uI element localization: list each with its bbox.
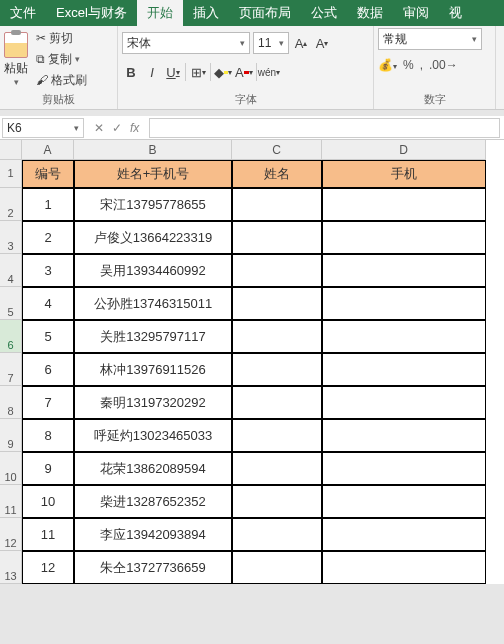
chevron-down-icon[interactable]: ▾ (14, 77, 19, 87)
cell[interactable]: 12 (22, 551, 74, 584)
row-header[interactable]: 6 (0, 320, 22, 353)
cell[interactable]: 姓名+手机号 (74, 160, 232, 188)
bold-button[interactable]: B (122, 62, 140, 82)
cell[interactable]: 4 (22, 287, 74, 320)
increase-decimal-button[interactable]: .00→ (429, 58, 458, 72)
row-header[interactable]: 1 (0, 160, 22, 188)
cell[interactable] (232, 287, 322, 320)
fill-color-button[interactable]: ◆▾ (214, 62, 232, 82)
italic-button[interactable]: I (143, 62, 161, 82)
cell[interactable]: 7 (22, 386, 74, 419)
cell[interactable]: 宋江13795778655 (74, 188, 232, 221)
row-header[interactable]: 2 (0, 188, 22, 221)
cell[interactable]: 秦明13197320292 (74, 386, 232, 419)
tab-insert[interactable]: 插入 (183, 0, 229, 26)
select-all-button[interactable] (0, 140, 22, 160)
cell[interactable]: 卢俊义13664223319 (74, 221, 232, 254)
formula-input[interactable] (149, 118, 500, 138)
col-header-D[interactable]: D (322, 140, 486, 160)
cell[interactable] (232, 518, 322, 551)
cell[interactable] (232, 485, 322, 518)
cell[interactable]: 11 (22, 518, 74, 551)
name-box[interactable]: K6▾ (2, 118, 84, 138)
row-header[interactable]: 9 (0, 419, 22, 452)
row-header[interactable]: 4 (0, 254, 22, 287)
paste-button[interactable]: 粘贴 ▾ (4, 32, 28, 87)
cell[interactable]: 手机 (322, 160, 486, 188)
font-name-select[interactable]: 宋体▾ (122, 32, 250, 54)
cell[interactable] (322, 485, 486, 518)
cell[interactable]: 关胜13295797117 (74, 320, 232, 353)
cell[interactable]: 林冲13976911526 (74, 353, 232, 386)
cell[interactable]: 1 (22, 188, 74, 221)
cell[interactable] (232, 320, 322, 353)
row-header[interactable]: 3 (0, 221, 22, 254)
font-color-button[interactable]: A▾ (235, 62, 253, 82)
phonetic-button[interactable]: wén▾ (260, 62, 278, 82)
cell[interactable] (322, 221, 486, 254)
underline-button[interactable]: U▾ (164, 62, 182, 82)
cell[interactable] (232, 419, 322, 452)
cell[interactable] (232, 386, 322, 419)
cell[interactable]: 6 (22, 353, 74, 386)
cancel-formula-button[interactable]: ✕ (94, 121, 104, 135)
number-format-select[interactable]: 常规▾ (378, 28, 482, 50)
col-header-A[interactable]: A (22, 140, 74, 160)
col-header-B[interactable]: B (74, 140, 232, 160)
row-header[interactable]: 11 (0, 485, 22, 518)
cell[interactable]: 吴用13934460992 (74, 254, 232, 287)
cell[interactable]: 9 (22, 452, 74, 485)
font-size-select[interactable]: 11▾ (253, 32, 289, 54)
confirm-formula-button[interactable]: ✓ (112, 121, 122, 135)
cell[interactable]: 呼延灼13023465033 (74, 419, 232, 452)
cell[interactable] (322, 551, 486, 584)
cell[interactable] (322, 320, 486, 353)
cell[interactable]: 花荣13862089594 (74, 452, 232, 485)
cell[interactable]: 2 (22, 221, 74, 254)
row-header[interactable]: 13 (0, 551, 22, 584)
currency-button[interactable]: 💰▾ (378, 58, 397, 72)
tab-data[interactable]: 数据 (347, 0, 393, 26)
cell[interactable]: 编号 (22, 160, 74, 188)
cell[interactable]: 8 (22, 419, 74, 452)
cell[interactable]: 公孙胜13746315011 (74, 287, 232, 320)
cell[interactable] (322, 386, 486, 419)
increase-font-button[interactable]: A▴ (292, 33, 310, 53)
cell[interactable] (232, 353, 322, 386)
tab-view[interactable]: 视 (439, 0, 472, 26)
tab-layout[interactable]: 页面布局 (229, 0, 301, 26)
cell[interactable]: 柴进13287652352 (74, 485, 232, 518)
cell[interactable] (322, 188, 486, 221)
decrease-font-button[interactable]: A▾ (313, 33, 331, 53)
cell[interactable] (322, 518, 486, 551)
cell[interactable] (232, 188, 322, 221)
tab-review[interactable]: 审阅 (393, 0, 439, 26)
cell[interactable] (232, 551, 322, 584)
row-header[interactable]: 12 (0, 518, 22, 551)
row-header[interactable]: 10 (0, 452, 22, 485)
cell[interactable] (322, 452, 486, 485)
row-header[interactable]: 5 (0, 287, 22, 320)
cell[interactable] (322, 254, 486, 287)
row-header[interactable]: 7 (0, 353, 22, 386)
percent-button[interactable]: % (403, 58, 414, 72)
format-painter-button[interactable]: 🖌格式刷 (36, 71, 87, 90)
cut-button[interactable]: ✂剪切 (36, 29, 87, 48)
cell[interactable]: 朱仝13727736659 (74, 551, 232, 584)
cell[interactable] (232, 452, 322, 485)
cell[interactable]: 10 (22, 485, 74, 518)
tab-home[interactable]: 开始 (137, 0, 183, 26)
cell[interactable] (232, 254, 322, 287)
tab-excelfin[interactable]: Excel与财务 (46, 0, 137, 26)
row-header[interactable]: 8 (0, 386, 22, 419)
cell[interactable]: 3 (22, 254, 74, 287)
tab-file[interactable]: 文件 (0, 0, 46, 26)
border-button[interactable]: ⊞▾ (189, 62, 207, 82)
cell[interactable] (322, 419, 486, 452)
cell[interactable]: 李应13942093894 (74, 518, 232, 551)
cell[interactable] (322, 287, 486, 320)
col-header-C[interactable]: C (232, 140, 322, 160)
cell[interactable]: 姓名 (232, 160, 322, 188)
cell[interactable]: 5 (22, 320, 74, 353)
tab-formula[interactable]: 公式 (301, 0, 347, 26)
